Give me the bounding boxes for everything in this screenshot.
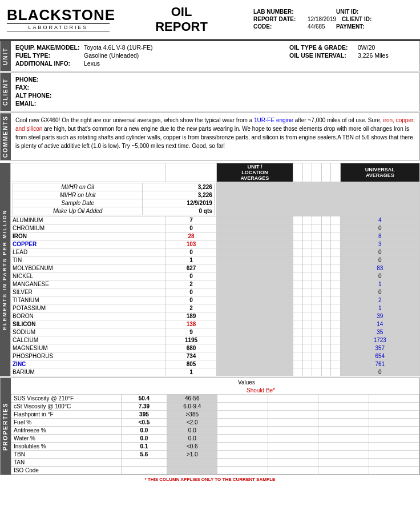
- element-value: 2: [166, 304, 217, 312]
- element-col3: [293, 224, 303, 232]
- client-label-vert: CLIENT: [1, 73, 11, 111]
- element-col5: [312, 288, 322, 296]
- page-header: BLACKSTONE LABORATORIES OILREPORT LAB NU…: [0, 0, 420, 41]
- prop-col6: [369, 435, 419, 443]
- element-unit-avg: [216, 224, 293, 232]
- element-col5: [312, 328, 322, 336]
- comments-label-vert: COMMENTS: [1, 113, 11, 160]
- element-univ-avg: 761: [340, 360, 419, 368]
- element-col4: [302, 360, 312, 368]
- prop-col6: [369, 467, 419, 475]
- prop-should: >385: [167, 411, 217, 419]
- footer-note: * THIS COLUMN APPLIES ONLY TO THE CURREN…: [0, 475, 420, 484]
- client-id-label: CLIENT ID:: [342, 16, 396, 22]
- element-col7: [331, 352, 341, 360]
- element-col4: [302, 312, 312, 320]
- prop-col3: [217, 403, 268, 411]
- prop-should: >1.0: [167, 451, 217, 459]
- prop-value: 0.0: [121, 427, 167, 435]
- code-label: CODE:: [253, 23, 308, 30]
- fuel-value: Gasoline (Unleaded): [84, 52, 289, 59]
- prop-value: [121, 459, 167, 467]
- values-label: Values: [238, 379, 255, 386]
- should-label: Should Be*: [247, 387, 275, 394]
- element-unit-avg: [216, 344, 293, 352]
- oil-type-label: OIL TYPE & GRADE:: [289, 44, 358, 51]
- val-makeup-oil: 0 qts: [143, 207, 214, 215]
- property-row: Fuel % <0.5 <2.0: [11, 419, 419, 427]
- element-name: COPPER: [11, 240, 166, 248]
- element-unit-avg: [216, 368, 293, 376]
- email-label: EMAIL:: [15, 100, 61, 107]
- additional-value: Lexus: [84, 60, 415, 67]
- element-name: SODIUM: [11, 328, 166, 336]
- element-col6: [321, 328, 331, 336]
- element-col4: [302, 328, 312, 336]
- element-col3: [293, 352, 303, 360]
- prop-col6: [369, 427, 419, 435]
- element-col6: [321, 248, 331, 256]
- val-sample-date: 12/9/2019: [143, 199, 214, 207]
- prop-value: 5.6: [121, 451, 167, 459]
- element-univ-avg: 1: [340, 280, 419, 288]
- element-value: 680: [166, 344, 217, 352]
- prop-col4: [268, 403, 318, 411]
- element-col5: [312, 304, 322, 312]
- alt-phone-label: ALT PHONE:: [15, 92, 61, 99]
- val-mi-on-oil: 3,226: [143, 183, 214, 191]
- element-name: ZINC: [11, 360, 166, 368]
- prop-col5: [318, 467, 369, 475]
- element-col5: [312, 320, 322, 328]
- element-col3: [293, 296, 303, 304]
- prop-value: 395: [121, 411, 167, 419]
- element-col4: [302, 304, 312, 312]
- element-col7: [331, 272, 341, 280]
- element-col4: [302, 368, 312, 376]
- element-col4: [302, 280, 312, 288]
- element-value: 0: [166, 296, 217, 304]
- element-univ-avg: 4: [340, 216, 419, 224]
- element-value: 138: [166, 320, 217, 328]
- element-col6: [321, 272, 331, 280]
- prop-col6: [369, 395, 419, 403]
- prop-value: 7.39: [121, 403, 167, 411]
- element-col6: [321, 312, 331, 320]
- element-col3: [293, 264, 303, 272]
- prop-should: 6.0-9.4: [167, 403, 217, 411]
- prop-col6: [369, 451, 419, 459]
- element-col6: [321, 360, 331, 368]
- prop-name: SUS Viscosity @ 210°F: [11, 395, 122, 403]
- prop-col4: [268, 427, 318, 435]
- element-value: 734: [166, 352, 217, 360]
- prop-col5: [318, 443, 369, 451]
- element-value: 103: [166, 240, 217, 248]
- property-row: Flashpoint in °F 395 >385: [11, 411, 419, 419]
- universal-avg-header: UNIVERSALAVERAGES: [340, 163, 419, 182]
- element-col7: [331, 320, 341, 328]
- element-value: 189: [166, 312, 217, 320]
- element-col7: [331, 360, 341, 368]
- element-col4: [302, 256, 312, 264]
- element-name: PHOSPHORUS: [11, 352, 166, 360]
- element-univ-avg: 0: [340, 368, 419, 376]
- element-name: SILICON: [11, 320, 166, 328]
- element-unit-avg: [216, 296, 293, 304]
- element-value: 1: [166, 368, 217, 376]
- element-univ-avg: 0: [340, 248, 419, 256]
- prop-col5: [318, 411, 369, 419]
- element-col4: [302, 320, 312, 328]
- properties-section: PROPERTIES Values Should Be* SUS Viscosi…: [0, 378, 420, 475]
- element-univ-avg: 0: [340, 272, 419, 280]
- element-name: TITANIUM: [11, 296, 166, 304]
- element-col4: [302, 264, 312, 272]
- element-col6: [321, 368, 331, 376]
- element-col5: [312, 344, 322, 352]
- element-name: CHROMIUM: [11, 224, 166, 232]
- element-value: 0: [166, 248, 217, 256]
- element-col3: [293, 256, 303, 264]
- additional-label: ADDITIONAL INFO:: [15, 60, 84, 67]
- element-col4: [302, 352, 312, 360]
- prop-col5: [318, 403, 369, 411]
- prop-col5: [318, 427, 369, 435]
- element-col5: [312, 368, 322, 376]
